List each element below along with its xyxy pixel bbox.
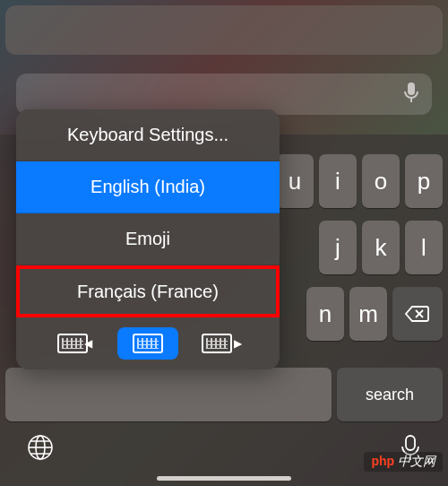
- watermark: php 中文网: [364, 452, 443, 472]
- svg-rect-0: [408, 82, 415, 95]
- key-l[interactable]: l: [405, 221, 443, 274]
- keyboard-right-handed[interactable]: ▶: [191, 327, 252, 360]
- key-i[interactable]: i: [319, 154, 357, 208]
- key-o[interactable]: o: [362, 154, 400, 208]
- home-indicator[interactable]: [157, 476, 291, 481]
- search-button[interactable]: search: [337, 368, 443, 421]
- spacebar[interactable]: [5, 368, 332, 421]
- key-j[interactable]: j: [319, 221, 357, 274]
- keyboard-icon: [202, 334, 232, 353]
- key-u[interactable]: u: [276, 154, 314, 208]
- keyboard-left-handed[interactable]: ◀: [44, 327, 105, 360]
- lang-emoji[interactable]: Emoji: [16, 213, 280, 265]
- key-p[interactable]: p: [405, 154, 443, 208]
- key-n[interactable]: n: [306, 287, 344, 341]
- keyboard-full[interactable]: [117, 327, 178, 360]
- top-status-panel: [5, 5, 443, 55]
- keyboard-icon: [57, 334, 88, 353]
- key-m[interactable]: m: [349, 287, 387, 341]
- globe-icon[interactable]: [27, 434, 54, 467]
- key-k[interactable]: k: [362, 221, 400, 274]
- backspace-key[interactable]: [392, 287, 443, 341]
- svg-rect-7: [406, 436, 415, 450]
- keyboard-switcher-popup: Keyboard Settings... English (India) Emo…: [16, 109, 280, 369]
- keyboard-settings-item[interactable]: Keyboard Settings...: [16, 109, 280, 161]
- lang-francais-france[interactable]: Français (France): [16, 265, 280, 317]
- keyboard-icon: [133, 334, 163, 353]
- keyboard-layout-switcher: ◀ ▶: [16, 317, 280, 369]
- mic-icon[interactable]: [403, 82, 419, 108]
- lang-english-india[interactable]: English (India): [16, 161, 280, 213]
